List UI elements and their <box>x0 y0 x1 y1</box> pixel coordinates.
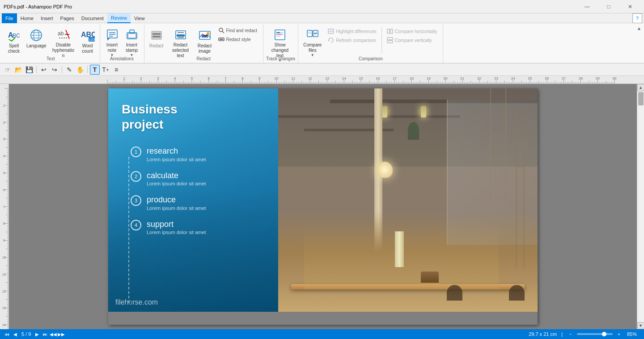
close-button[interactable]: ✕ <box>620 0 640 13</box>
svg-rect-22 <box>152 31 161 39</box>
refresh-comparison-button[interactable]: Refresh comparison <box>325 36 379 45</box>
zoom-out-button[interactable]: − <box>567 331 574 338</box>
compare-horizontally-button[interactable]: Compare horizontally <box>384 27 441 36</box>
menu-document[interactable]: Document <box>78 13 107 23</box>
svg-text:9: 9 <box>3 239 5 242</box>
insert-stamp-label: Insertstamp <box>126 42 138 53</box>
undo-button[interactable]: ↩ <box>39 65 49 75</box>
toolbar-sep-3 <box>87 66 88 73</box>
prev-page-button[interactable]: ◀ <box>12 331 19 338</box>
scroll-up-button[interactable]: ▲ <box>637 84 644 91</box>
scrollbar-thumb[interactable] <box>638 92 644 105</box>
save-file-button[interactable]: 💾 <box>24 65 34 75</box>
next-page-button[interactable]: ▶ <box>34 331 41 338</box>
next-section-button[interactable]: ▶▶ <box>58 331 65 338</box>
zoom-slider[interactable] <box>577 333 613 335</box>
menu-tool[interactable]: ≡ <box>111 65 121 75</box>
pdf-page: Businessproject 1 research Lorem ipsum d… <box>108 88 538 312</box>
insert-stamp-button[interactable]: Insertstamp ▼ <box>123 25 141 55</box>
ribbon-collapse-button[interactable]: ▲ <box>636 24 642 31</box>
svg-text:1: 1 <box>3 104 5 107</box>
menu-insert[interactable]: Insert <box>37 13 57 23</box>
svg-text:21: 21 <box>460 76 464 80</box>
svg-rect-23 <box>153 33 161 35</box>
svg-marker-18 <box>107 38 110 41</box>
compare-vertically-button[interactable]: Compare vertically <box>384 36 441 45</box>
pdf-items: 1 research Lorem ipsum dolor sit amet 2 … <box>131 146 206 235</box>
zoom-in-button[interactable]: + <box>615 331 623 338</box>
svg-point-32 <box>219 28 223 32</box>
pdf-left-panel: Businessproject 1 research Lorem ipsum d… <box>108 88 278 312</box>
svg-rect-53 <box>387 38 393 40</box>
word-count-button[interactable]: ABC 123 Wordcount <box>78 25 97 55</box>
spell-check-label: Spellcheck <box>8 43 20 54</box>
first-page-button[interactable]: ⏮ <box>4 331 11 338</box>
svg-text:20: 20 <box>444 76 448 80</box>
word-count-icon: ABC 123 <box>80 28 95 42</box>
pencil-tool[interactable]: ✎ <box>64 65 74 75</box>
toolbar-sep-1 <box>36 66 37 73</box>
find-redact-button[interactable]: Find and redact <box>215 26 261 35</box>
menu-view[interactable]: View <box>131 13 148 23</box>
hand-tool[interactable]: ✋ <box>75 65 85 75</box>
pointer-tool[interactable]: ☞ <box>3 65 13 75</box>
pdf-item-text-3: produce Lorem ipsum dolor sit amet <box>147 195 206 211</box>
statusbar-right: 29.7 x 21 cm | − + 85% <box>529 331 640 338</box>
redact-button[interactable]: Redact <box>147 25 166 55</box>
pdf-item-3: 3 produce Lorem ipsum dolor sit amet <box>131 195 206 211</box>
svg-text:10: 10 <box>275 76 279 80</box>
redact-small-group: Find and redact Redact style <box>215 25 261 44</box>
language-button[interactable]: Language <box>24 25 49 55</box>
text-tool[interactable]: T <box>90 65 100 75</box>
scroll-down-button[interactable]: ▼ <box>637 322 644 329</box>
disable-hyphenation-button[interactable]: ab Disablehyphenation <box>50 25 77 55</box>
svg-rect-26 <box>177 34 185 37</box>
redact-image-icon <box>198 28 212 42</box>
maximize-button[interactable]: □ <box>598 0 619 13</box>
compare-files-label: Comparefiles <box>303 42 322 53</box>
svg-text:7: 7 <box>3 205 5 209</box>
menu-file[interactable]: File <box>2 13 17 23</box>
menu-review[interactable]: Review <box>107 13 131 23</box>
minimize-button[interactable]: — <box>577 0 597 13</box>
svg-text:6: 6 <box>208 76 210 80</box>
show-changed-icon <box>273 28 287 42</box>
show-changed-text-button[interactable]: Showchanged text ▼ <box>266 25 294 55</box>
spell-check-button[interactable]: A BC Spellcheck <box>4 25 23 55</box>
redact-style-button[interactable]: Redact style <box>215 35 261 44</box>
scrollbar-track[interactable] <box>637 91 644 322</box>
svg-rect-35 <box>220 39 223 40</box>
text-size-tool[interactable]: T+ <box>101 65 110 75</box>
disable-hyphenation-icon: ab <box>56 28 71 42</box>
svg-rect-54 <box>387 41 393 43</box>
ribbon-group-annotations-label: Annotations <box>103 55 141 62</box>
menu-home[interactable]: Home <box>17 13 37 23</box>
highlight-differences-button[interactable]: Highlight differences <box>325 27 379 36</box>
svg-text:18: 18 <box>410 76 414 80</box>
svg-text:1: 1 <box>123 76 126 80</box>
compare-files-button[interactable]: Comparefiles ▼ <box>301 25 324 55</box>
zoom-level: 85% <box>627 331 640 337</box>
redo-button[interactable]: ↪ <box>50 65 59 75</box>
zoom-thumb[interactable] <box>602 332 606 336</box>
main-area: 1234567891011121314151617181920 Business… <box>0 84 644 329</box>
svg-point-30 <box>207 32 209 35</box>
pdf-dashed-line <box>128 157 129 303</box>
svg-rect-24 <box>153 36 161 38</box>
page-container[interactable]: Businessproject 1 research Lorem ipsum d… <box>9 84 637 329</box>
last-page-button[interactable]: ⏭ <box>42 331 49 338</box>
redact-selected-icon <box>174 28 188 42</box>
ribbon-group-redact-content: Redact Redactselected text <box>147 25 261 55</box>
redact-image-button[interactable]: Redactimage <box>195 25 214 55</box>
svg-line-33 <box>222 31 224 33</box>
svg-text:3: 3 <box>3 138 5 141</box>
open-file-button[interactable]: 📂 <box>13 65 23 75</box>
help-button[interactable]: ? <box>632 13 642 23</box>
redact-selected-button[interactable]: Redactselected text <box>167 25 195 55</box>
prev-section-button[interactable]: ◀◀ <box>50 331 57 338</box>
pdf-item-sub-4: Lorem ipsum dolor sit amet <box>147 230 206 235</box>
svg-text:30: 30 <box>613 76 617 80</box>
svg-text:19: 19 <box>427 76 431 80</box>
insert-note-button[interactable]: Insertnote ▼ <box>103 25 122 55</box>
menu-pages[interactable]: Pages <box>57 13 78 23</box>
